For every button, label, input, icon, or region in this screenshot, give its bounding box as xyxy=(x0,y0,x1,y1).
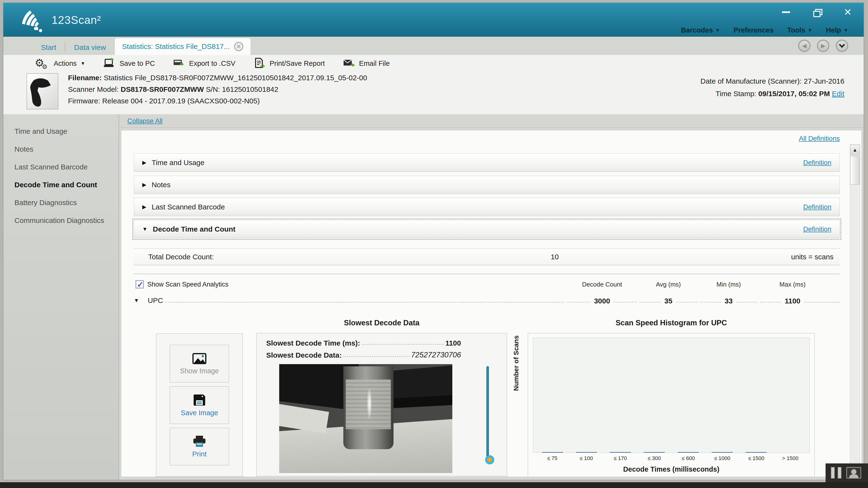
show-analytics-checkbox[interactable] xyxy=(136,281,144,288)
toolbar: ⚙ Actions ▼ Save to PC Export to .CSV xyxy=(3,55,864,72)
decode-section-body: Total Decode Count: 10 units = scans Sho… xyxy=(134,242,840,477)
scanner-photo xyxy=(27,73,58,109)
section-time-and-usage[interactable]: ▶ Time and Usage Definition xyxy=(134,154,840,172)
actions-button[interactable]: ⚙ Actions ▼ xyxy=(35,58,85,69)
definition-link[interactable]: Definition xyxy=(803,225,831,233)
histogram-column-slot xyxy=(603,452,638,453)
sidebar-item-communication-diagnostics[interactable]: Communication Diagnostics xyxy=(3,212,119,229)
section-notes[interactable]: ▶ Notes xyxy=(134,176,840,194)
total-decode-count-row: Total Decode Count: 10 units = scans xyxy=(134,249,840,265)
histogram-tick-label: ≤ 170 xyxy=(603,455,637,461)
save-image-button[interactable]: Save Image xyxy=(170,386,229,424)
histogram-column-slot xyxy=(535,452,569,453)
nav-forward-button[interactable]: ▶ xyxy=(817,39,830,52)
all-definitions-link[interactable]: All Definitions xyxy=(799,135,840,142)
tab-statistics[interactable]: Statistics: Statistics File_DS817... ✕ xyxy=(115,38,251,55)
email-file-button[interactable]: Email File xyxy=(343,58,390,69)
print-label: Print xyxy=(192,450,207,458)
scroll-up-button[interactable]: ▲ xyxy=(850,144,860,155)
save-to-pc-button[interactable]: Save to PC xyxy=(103,58,155,69)
section-last-scanned-barcode[interactable]: ▶ Last Scanned Barcode Definition xyxy=(134,198,840,216)
nav-back-button[interactable]: ◀ xyxy=(798,39,811,52)
decode-time-slider-handle[interactable] xyxy=(485,455,494,464)
arrow-right-icon: ▶ xyxy=(142,204,146,210)
menu-preferences[interactable]: Preferences xyxy=(734,26,774,34)
print-save-report-button[interactable]: Print/Save Report xyxy=(253,58,325,69)
histogram-tick-label: > 1500 xyxy=(773,455,807,461)
show-analytics-label: Show Scan Speed Analytics xyxy=(147,281,228,288)
arrow-right-icon: ▶ xyxy=(142,160,146,166)
sidebar: Time and Usage Notes Last Scanned Barcod… xyxy=(3,114,119,480)
histogram-bar xyxy=(576,452,597,453)
slowest-data-label: Slowest Decode Data: xyxy=(266,351,342,359)
menu-tools[interactable]: Tools▼ xyxy=(787,26,812,34)
sidebar-item-decode-time-and-count[interactable]: Decode Time and Count xyxy=(3,176,119,194)
tab-close-icon[interactable]: ✕ xyxy=(234,42,243,51)
arrow-left-icon: ◀ xyxy=(802,42,807,49)
webcam-person-icon[interactable] xyxy=(846,467,861,479)
report-icon xyxy=(253,58,266,69)
print-button[interactable]: Print xyxy=(170,428,229,465)
collapse-all-row: Collapse All xyxy=(119,114,864,128)
window-controls: ✕ xyxy=(781,7,853,17)
histogram-tick-label: ≤ 1500 xyxy=(739,455,773,461)
image-buttons-panel: Show Image xyxy=(156,333,243,477)
total-decode-units: units = scans xyxy=(791,253,834,261)
definition-link[interactable]: Definition xyxy=(803,203,831,211)
close-button[interactable]: ✕ xyxy=(842,7,853,17)
histogram-tick-label: ≤ 75 xyxy=(535,455,569,461)
title-bar: 123Scan² ✕ Barcodes▼ Preferences Tools▼ … xyxy=(3,3,864,37)
save-image-label: Save Image xyxy=(181,409,218,417)
serial-number-value: 16125010501842 xyxy=(222,85,278,93)
filename-label: Filename: xyxy=(68,74,102,82)
nav-list-button[interactable] xyxy=(836,39,848,52)
symbology-row-upc[interactable]: ▼ UPC 3000 35 33 1100 xyxy=(134,296,840,305)
scanner-model-label: Scanner Model: xyxy=(68,85,119,93)
menu-barcodes[interactable]: Barcodes▼ xyxy=(681,26,720,34)
symbology-label: UPC xyxy=(148,296,163,304)
scrollbar-thumb[interactable] xyxy=(850,156,860,185)
total-decode-count-value: 10 xyxy=(551,253,559,261)
col-max-ms: Max (ms) xyxy=(759,281,826,288)
sidebar-item-battery-diagnostics[interactable]: Battery Diagnostics xyxy=(3,194,119,212)
collapse-all-link[interactable]: Collapse All xyxy=(127,117,162,125)
export-csv-button[interactable]: Export to .CSV xyxy=(173,58,235,69)
show-image-button[interactable]: Show Image xyxy=(170,345,229,383)
section-label: Decode Time and Count xyxy=(153,225,236,233)
sidebar-item-time-and-usage[interactable]: Time and Usage xyxy=(3,123,119,140)
tab-data-view[interactable]: Data view xyxy=(65,40,115,55)
menu-help[interactable]: Help▼ xyxy=(826,26,848,34)
slowest-time-label: Slowest Decode Time (ms): xyxy=(266,339,360,347)
histogram-plot xyxy=(533,337,810,453)
chevron-down-icon: ▼ xyxy=(843,28,848,33)
section-decode-time-and-count[interactable]: ▼ Decode Time and Count Definition xyxy=(134,220,840,238)
sidebar-item-notes[interactable]: Notes xyxy=(3,140,119,158)
recording-overlay xyxy=(826,463,868,482)
histogram-bar xyxy=(745,452,767,453)
slowest-decode-title: Slowest Decode Data xyxy=(256,319,507,327)
tab-start[interactable]: Start xyxy=(32,40,65,55)
filename-value: Statistics File_DS8178-SR0F007ZMWW_16125… xyxy=(104,74,367,82)
statistics-panel: All Definitions ▶ Time and Usage Definit… xyxy=(121,130,862,477)
vertical-scrollbar[interactable]: ▲ ▼ xyxy=(850,144,860,473)
slowest-decode-panel: Slowest Decode Time (ms): 1100 Slowest D… xyxy=(256,333,507,476)
edit-timestamp-link[interactable]: Edit xyxy=(832,90,844,98)
restore-button[interactable] xyxy=(812,7,822,17)
pause-icon[interactable] xyxy=(831,467,841,479)
sidebar-item-last-scanned-barcode[interactable]: Last Scanned Barcode xyxy=(3,158,119,176)
minimize-icon xyxy=(782,11,790,13)
section-label: Notes xyxy=(152,181,170,189)
arrow-right-icon: ▶ xyxy=(142,182,146,188)
timestamp-label: Time Stamp: xyxy=(716,90,756,98)
show-image-label: Show Image xyxy=(180,367,219,375)
histogram-tick-label: ≤ 600 xyxy=(671,455,705,461)
histogram-tick-label: ≤ 1000 xyxy=(705,455,739,461)
section-label: Last Scanned Barcode xyxy=(152,203,225,211)
minimize-button[interactable] xyxy=(781,7,791,17)
close-icon: ✕ xyxy=(844,7,852,17)
definition-link[interactable]: Definition xyxy=(803,159,831,166)
app-title: 123Scan² xyxy=(52,13,101,27)
histogram-bar xyxy=(610,452,631,453)
dotted-leader xyxy=(826,302,840,303)
slowest-data-value: 725272730706 xyxy=(411,351,461,359)
